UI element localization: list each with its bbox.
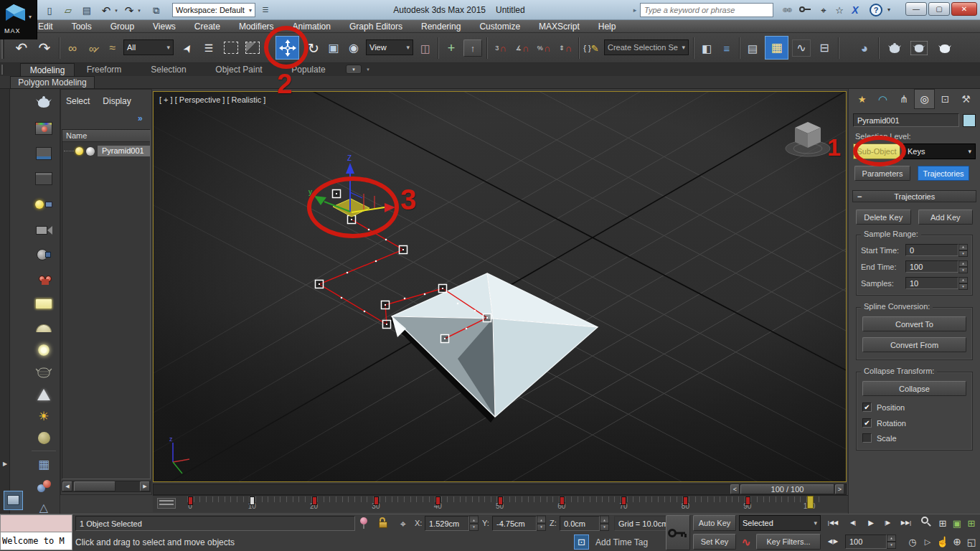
rectangular-selection-region-icon[interactable] [224, 42, 238, 54]
zoom-all-icon[interactable]: ⊞ [936, 516, 950, 530]
default-tangent-icon[interactable]: ∿ [739, 534, 753, 550]
mini-listener-tile[interactable] [4, 491, 23, 510]
menu-help[interactable]: Help [598, 22, 616, 32]
wireframe-teapot-icon[interactable] [33, 363, 55, 382]
select-and-scale-icon[interactable]: ▣ [324, 37, 343, 59]
select-by-name-icon[interactable]: ☰ [199, 37, 218, 59]
ribbon-tab-selection[interactable]: Selection [143, 63, 194, 76]
minimize-button[interactable]: — [905, 2, 927, 16]
end-time-spinner[interactable]: ▾▾ [958, 260, 968, 273]
selection-level-combo[interactable]: Keys ▾ [903, 143, 976, 159]
frame-spinner[interactable]: ▾▾ [887, 534, 896, 549]
sphere-primitive-icon[interactable] [33, 428, 55, 447]
trajectories-rollout-header[interactable]: − Trajectories [852, 190, 976, 202]
time-slider-handle[interactable]: 100 / 100 [740, 484, 834, 494]
menu-maxscript[interactable]: MAXScript [539, 22, 580, 32]
explorer-display-menu[interactable]: Display [103, 96, 131, 106]
window-crossing-icon[interactable] [245, 42, 260, 54]
project-folder-button[interactable]: ⧉ [148, 3, 165, 17]
scroll-right-icon[interactable]: ▶ [140, 481, 150, 491]
tab-modify-icon[interactable]: ◠ [872, 89, 893, 109]
edit-named-selection-icon[interactable]: { }✎ [581, 37, 601, 59]
plane-primitive-icon[interactable] [33, 294, 55, 313]
z-coordinate-field[interactable]: 0.0cm [560, 516, 600, 531]
go-to-end-icon[interactable]: ▶▶| [897, 516, 915, 530]
sun-icon[interactable]: ☀ [33, 407, 55, 425]
red-camera-icon[interactable] [33, 269, 55, 288]
tab-create-icon[interactable]: ★ [852, 89, 872, 109]
bind-to-space-warp-icon[interactable]: ≈ [103, 37, 122, 59]
trackbar-key-red[interactable] [560, 496, 565, 505]
render-setup-icon[interactable] [884, 37, 905, 59]
render-teapot-icon[interactable] [33, 93, 55, 112]
tab-hierarchy-icon[interactable]: ⋔ [893, 89, 914, 109]
help-icon[interactable]: ? [870, 4, 882, 17]
unlink-selection-icon[interactable]: ∞̷ [83, 37, 102, 59]
omni-light-icon[interactable] [33, 341, 55, 359]
time-configuration-icon[interactable]: ◷ [905, 534, 920, 549]
play-selected-icon[interactable]: ▷ [921, 534, 934, 549]
explorer-object-name[interactable]: Pyramid001 [98, 146, 150, 156]
align-icon[interactable]: ≡ [717, 37, 736, 59]
trackbar-key-red[interactable] [498, 496, 503, 505]
viewport-label[interactable]: [ + ] [ Perspective ] [ Realistic ] [159, 95, 265, 104]
maxscript-listener-pink[interactable] [0, 514, 72, 532]
communication-center-icon[interactable]: ⌖ [816, 4, 831, 17]
menu-rendering[interactable]: Rendering [421, 22, 461, 32]
absolute-mode-toggle-icon[interactable]: ⌖ [396, 516, 410, 531]
camera-sphere-icon[interactable] [33, 245, 55, 264]
dome-primitive-icon[interactable] [33, 319, 55, 337]
z-spinner[interactable]: ▾▾ [600, 516, 609, 531]
explorer-hscrollbar[interactable]: ◀ ▶ [62, 481, 151, 492]
angle-snap-icon[interactable]: ∡∩ [512, 37, 532, 59]
end-time-field[interactable]: 100 [905, 260, 958, 273]
go-to-start-icon[interactable]: |◀◀ [824, 516, 842, 530]
menu-edit[interactable]: Edit [38, 22, 53, 32]
maximize-viewport-icon[interactable]: ◱ [964, 534, 979, 549]
trajectories-button[interactable]: Trajectories [918, 166, 969, 181]
save-file-button[interactable]: ▤ [79, 3, 95, 17]
object-color-swatch[interactable] [963, 114, 976, 127]
collapse-button[interactable]: Collapse [862, 381, 966, 396]
ribbon-tab-freeform[interactable]: Freeform [80, 63, 128, 76]
trackbar-key-red[interactable] [374, 496, 379, 505]
auto-key-button[interactable]: Auto Key [693, 515, 736, 531]
render-production-icon[interactable] [934, 37, 956, 59]
ribbon-caret2-icon[interactable]: ▾ [364, 65, 372, 74]
orbit-icon[interactable]: ⊕ [950, 534, 964, 549]
rendered-frame-window-icon[interactable] [908, 37, 930, 59]
rendered-frame-icon[interactable] [33, 119, 55, 138]
previous-frame-icon[interactable]: ◀| [845, 516, 861, 530]
play-icon[interactable]: ▶ [864, 516, 878, 530]
ribbon-minimize-button[interactable]: ▾ [346, 65, 362, 74]
previous-frame-arrow[interactable]: < [730, 484, 740, 494]
environment-dialog-icon[interactable] [33, 169, 55, 188]
next-frame-icon[interactable]: |▶ [880, 516, 895, 530]
object-name-field[interactable]: Pyramid001 [853, 113, 959, 127]
menu-modifiers[interactable]: Modifiers [239, 22, 274, 32]
named-selection-set-combo[interactable]: Create Selection Se ▾ [604, 39, 689, 55]
toolbar-grip[interactable] [1, 37, 4, 59]
viewport[interactable]: Z y z [153, 91, 847, 482]
dock-expand-arrow-icon[interactable]: ▶ [1, 459, 9, 469]
tab-utilities-icon[interactable]: ⚒ [956, 89, 976, 109]
qat-overflow-button[interactable]: ☰ [260, 4, 271, 17]
close-button[interactable]: ✕ [951, 2, 977, 16]
render-setup-dialog-icon[interactable] [33, 144, 55, 163]
polygon-modeling-panel-tab[interactable]: Polygon Modeling [10, 76, 95, 89]
trackbar-key-red[interactable] [745, 496, 750, 505]
logo-caret-icon[interactable]: ▾ [29, 14, 32, 20]
zoom-extents-icon[interactable]: ▣ [950, 516, 964, 530]
next-frame-arrow[interactable]: > [835, 484, 844, 494]
curve-editor-icon[interactable]: ∿ [792, 39, 811, 57]
scene-explorer-toggle-button[interactable]: ▦ [765, 36, 788, 60]
rotation-checkbox[interactable]: ✔ [862, 418, 872, 428]
light-bulb-icon[interactable] [75, 147, 83, 155]
search-collapse-icon[interactable]: ▸ [631, 4, 639, 16]
search-input[interactable] [640, 3, 773, 17]
lock-icon[interactable] [379, 517, 389, 529]
pan-hand-icon[interactable]: ☝ [936, 534, 950, 549]
explorer-chevron-icon[interactable]: » [138, 113, 143, 123]
zoom-icon[interactable] [921, 517, 934, 529]
new-file-button[interactable]: ▯ [42, 3, 57, 17]
